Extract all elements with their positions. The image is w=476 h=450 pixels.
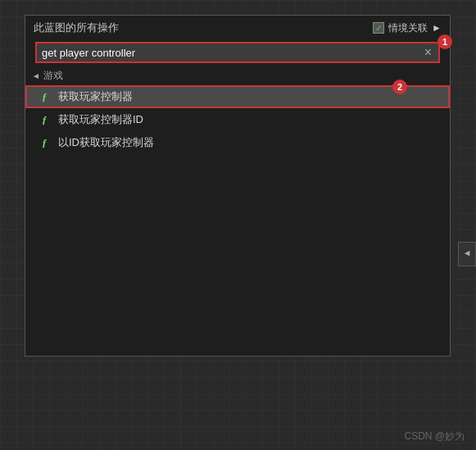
dialog-panel: 此蓝图的所有操作 情境关联 ► × 1 ◄ 游戏 ƒ 获取玩家控制器 2 ƒ 获… [25, 15, 451, 357]
context-label: 情境关联 [388, 21, 428, 35]
list-item[interactable]: ƒ 以ID获取玩家控制器 [25, 131, 450, 154]
dialog-header: 此蓝图的所有操作 情境关联 ► [25, 16, 450, 40]
function-icon-2: ƒ [42, 113, 53, 126]
search-input[interactable] [42, 47, 423, 59]
context-arrow-icon: ► [432, 22, 442, 34]
function-icon-3: ƒ [42, 136, 53, 149]
badge-2: 2 [392, 80, 407, 94]
item-text-2: 获取玩家控制器ID [58, 112, 143, 127]
context-checkbox[interactable] [373, 22, 384, 34]
category-header: ◄ 游戏 [25, 66, 450, 85]
list-item[interactable]: ƒ 获取玩家控制器 2 [25, 85, 450, 108]
context-checkbox-area[interactable]: 情境关联 ► [373, 21, 442, 35]
dialog-title: 此蓝图的所有操作 [34, 20, 119, 35]
content-area: ƒ 获取玩家控制器 2 ƒ 获取玩家控制器ID ƒ 以ID获取玩家控制器 [25, 85, 450, 356]
category-label: 游戏 [43, 69, 63, 83]
item-text-1: 获取玩家控制器 [58, 89, 133, 104]
list-item[interactable]: ƒ 获取玩家控制器ID [25, 108, 450, 131]
watermark: CSDN @妙为 [404, 430, 465, 443]
badge-1: 1 [437, 34, 452, 49]
item-text-3: 以ID获取玩家控制器 [58, 135, 154, 150]
category-collapse-icon: ◄ [32, 71, 40, 80]
function-icon-1: ƒ [42, 90, 53, 103]
side-tab[interactable]: ► [458, 242, 476, 266]
search-bar[interactable]: × [35, 42, 440, 63]
clear-button[interactable]: × [423, 46, 433, 59]
